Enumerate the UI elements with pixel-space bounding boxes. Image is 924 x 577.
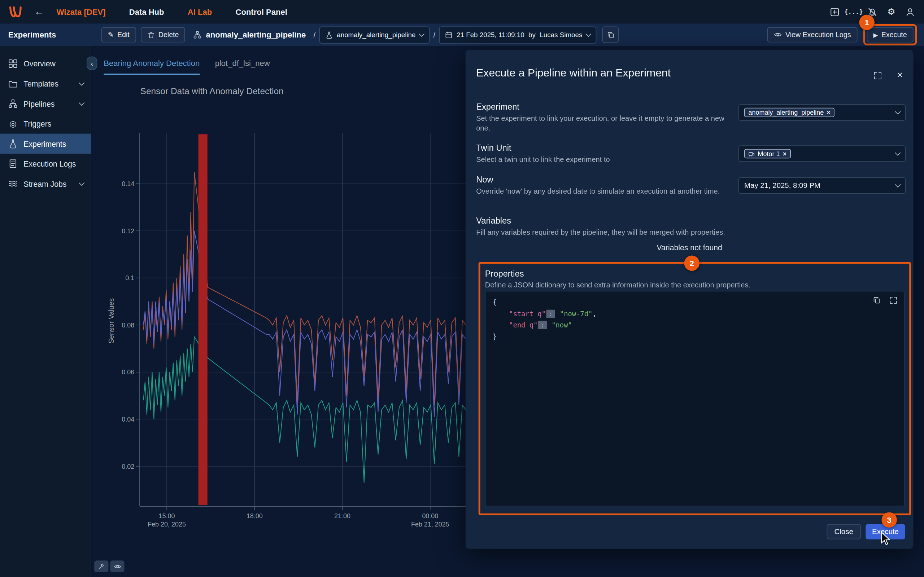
close-icon[interactable]: ×: [894, 70, 905, 81]
experiments-icon: [8, 139, 18, 148]
now-date-field[interactable]: May 21, 2025, 8:09 PM: [738, 177, 906, 193]
code-separator: :: [538, 321, 547, 329]
annotation-step-3: 3: [881, 512, 897, 527]
motor-icon: [748, 150, 755, 157]
run-user: Lucas Simoes: [540, 31, 582, 39]
play-icon: ▶: [873, 31, 878, 38]
sidebar-item-triggers[interactable]: ◎ Triggers: [0, 114, 90, 134]
view-execution-logs-button[interactable]: View Execution Logs: [767, 27, 857, 42]
sidebar-label: Stream Jobs: [23, 179, 66, 188]
edit-button[interactable]: ✎ Edit: [102, 27, 136, 42]
back-button[interactable]: ←: [34, 6, 44, 17]
app-root: ← Wizata [DEV] Data Hub AI Lab Control P…: [0, 0, 924, 577]
experiment-field[interactable]: anomaly_alerting_pipeline ×: [738, 104, 906, 121]
run-select[interactable]: 21 Feb 2025, 11:09:10 by Lucas Simoes: [439, 26, 596, 43]
modal-execute-button[interactable]: Execute 3: [866, 524, 905, 539]
plot-visibility-button[interactable]: [110, 561, 124, 572]
breadcrumb-separator: /: [313, 30, 316, 39]
page-title: Experiments: [8, 30, 102, 39]
chevron-down-icon: [79, 100, 84, 106]
wizata-logo-icon[interactable]: [8, 4, 23, 19]
mouse-cursor: [881, 532, 891, 546]
code-braces-icon[interactable]: {...}: [848, 6, 859, 17]
run-date: 21 Feb 2025, 11:09:10: [457, 31, 525, 39]
twin-unit-field[interactable]: Motor 1 ×: [738, 145, 906, 162]
variables-section-desc: Fill any variables required by the pipel…: [476, 228, 842, 238]
chip-remove-icon[interactable]: ×: [827, 109, 830, 116]
trash-icon: [147, 31, 155, 39]
modal-footer: Close Execute 3: [827, 524, 905, 539]
now-section-desc: Override 'now' by any desired date to si…: [476, 187, 735, 197]
copy-run-button[interactable]: [603, 26, 619, 43]
modal-title: Execute a Pipeline within an Experiment: [476, 66, 670, 79]
execute-pipeline-modal: Execute a Pipeline within an Experiment …: [465, 50, 914, 549]
toolbar-separator: /: [433, 30, 435, 39]
experiment-select-value: anomaly_alerting_pipeline: [337, 31, 415, 39]
nav-ai-lab[interactable]: AI Lab: [188, 7, 212, 16]
properties-section-desc: Define a JSON dictionary to send extra i…: [485, 280, 898, 290]
apps-plus-icon[interactable]: [829, 6, 840, 17]
settings-gear-icon[interactable]: ⚙: [886, 6, 897, 17]
sidebar-item-experiments[interactable]: Experiments: [0, 134, 90, 154]
expand-icon[interactable]: [872, 70, 882, 81]
sidebar-label: Experiments: [23, 139, 66, 148]
triggers-icon: ◎: [8, 119, 18, 128]
expand-icon[interactable]: [889, 296, 898, 305]
eye-icon: [774, 31, 782, 39]
top-nav-icons: {...} ⚙: [829, 6, 916, 17]
sidebar-item-execution-logs[interactable]: Execution Logs: [0, 154, 90, 174]
copy-icon: [607, 31, 614, 39]
experiment-select[interactable]: anomaly_alerting_pipeline: [319, 26, 430, 43]
sidebar-item-pipelines[interactable]: Pipelines: [0, 94, 90, 114]
templates-icon: [8, 79, 18, 89]
sidebar-item-templates[interactable]: Templates: [0, 74, 90, 94]
pipeline-icon: [194, 31, 202, 39]
code-value: "now-7d": [560, 309, 592, 318]
annotation-step-1: 1: [859, 15, 874, 30]
sidebar-label: Triggers: [23, 119, 51, 128]
breadcrumb: anomaly_alerting_pipeline /: [194, 30, 319, 39]
twin-unit-section-desc: Select a twin unit to link the experimen…: [476, 155, 735, 164]
now-date-value: May 21, 2025, 8:09 PM: [744, 181, 821, 190]
execute-button-wrap: ▶ Execute 1: [867, 27, 914, 42]
delete-button[interactable]: Delete: [141, 27, 186, 42]
chevron-down-icon: [895, 182, 901, 187]
toolbar: Experiments ✎ Edit Delete anomaly_alerti…: [0, 23, 924, 46]
sidebar-item-overview[interactable]: Overview: [0, 54, 90, 74]
top-nav: ← Wizata [DEV] Data Hub AI Lab Control P…: [0, 0, 924, 23]
variables-empty-text: Variables not found: [465, 243, 914, 252]
breadcrumb-pipeline-name[interactable]: anomaly_alerting_pipeline: [206, 30, 306, 39]
pencil-icon: ✎: [108, 31, 114, 39]
sidebar-label: Templates: [23, 79, 58, 88]
chevron-down-icon: [79, 80, 84, 85]
nav-data-hub[interactable]: Data Hub: [129, 7, 164, 16]
code-token: ,: [592, 309, 596, 318]
close-button[interactable]: Close: [827, 524, 861, 539]
user-icon[interactable]: [905, 6, 916, 17]
annotation-step-2: 2: [684, 256, 699, 271]
sidebar-collapse-button[interactable]: ‹: [87, 56, 97, 70]
copy-icon[interactable]: [873, 296, 881, 305]
execute-button[interactable]: ▶ Execute: [867, 27, 914, 42]
flask-icon: [325, 31, 333, 39]
properties-json-editor[interactable]: { "start_q": "now-7d", "end_q": "now" }: [485, 291, 905, 507]
experiment-section-desc: Set the experiment to link your executio…: [476, 114, 735, 133]
twin-unit-section-label: Twin Unit: [476, 143, 511, 153]
properties-section-label: Properties: [485, 269, 524, 279]
nav-control-panel[interactable]: Control Panel: [236, 7, 287, 16]
tool-icon: [98, 563, 105, 570]
calendar-icon: [445, 31, 452, 39]
editor-toolbar: [873, 296, 898, 305]
code-value: "now": [551, 321, 572, 329]
chevron-down-icon: [585, 31, 591, 37]
modal-header-icons: ×: [872, 70, 905, 81]
brand-environment[interactable]: Wizata [DEV]: [57, 7, 106, 16]
tab-bearing-anomaly-detection[interactable]: Bearing Anomaly Detection: [103, 59, 200, 75]
sidebar: Overview Templates Pipelines ◎ Triggers …: [0, 46, 91, 577]
plot-tool-button[interactable]: [94, 561, 108, 572]
tab-plot-df-lsi-new[interactable]: plot_df_lsi_new: [215, 59, 270, 75]
chevron-down-icon: [419, 31, 425, 37]
sidebar-item-stream-jobs[interactable]: Stream Jobs: [0, 174, 90, 194]
chip-remove-icon[interactable]: ×: [783, 150, 787, 157]
experiment-section-label: Experiment: [476, 102, 519, 111]
